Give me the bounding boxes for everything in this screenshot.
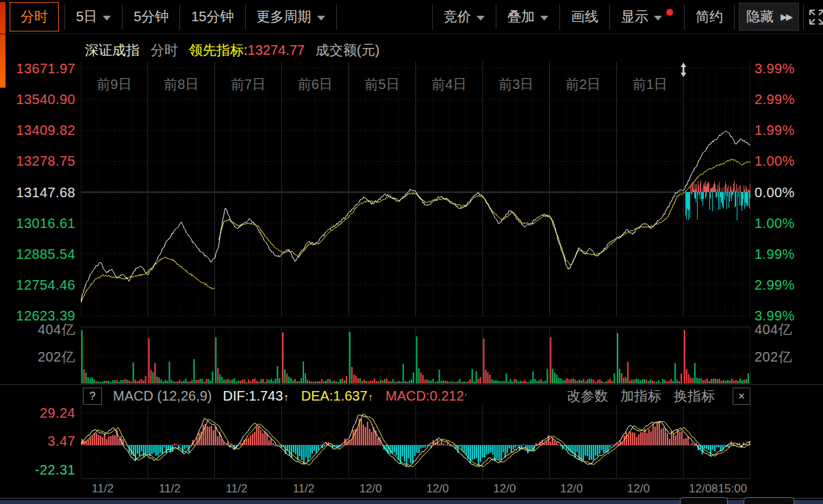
rect bbox=[443, 444, 444, 445]
tool-显示[interactable]: 显示 bbox=[610, 2, 684, 32]
rect bbox=[712, 445, 713, 450]
rect bbox=[493, 380, 494, 383]
tab-5分钟[interactable]: 5分钟 bbox=[123, 2, 179, 32]
rect bbox=[106, 439, 107, 445]
tab-更多周期[interactable]: 更多周期 bbox=[246, 2, 336, 32]
rect bbox=[613, 373, 615, 383]
rect bbox=[381, 445, 383, 446]
rect bbox=[384, 379, 385, 383]
rect bbox=[242, 379, 243, 383]
date-label: 11/2 bbox=[82, 482, 123, 496]
rect bbox=[338, 382, 339, 383]
rect bbox=[301, 378, 302, 383]
rect bbox=[703, 192, 704, 199]
rect bbox=[88, 440, 89, 445]
rect bbox=[675, 436, 676, 445]
rect bbox=[309, 445, 311, 458]
rect bbox=[248, 438, 249, 445]
rect bbox=[248, 379, 249, 383]
rect bbox=[457, 381, 459, 383]
macd-button-换指标[interactable]: 换指标 bbox=[674, 387, 715, 405]
chevron-down-icon bbox=[654, 16, 662, 21]
rect bbox=[739, 379, 741, 383]
tool-隐藏[interactable]: 隐藏▶▶ bbox=[739, 3, 799, 31]
rect bbox=[681, 431, 683, 445]
rect bbox=[186, 445, 188, 448]
rect bbox=[750, 184, 750, 192]
rect bbox=[100, 436, 101, 445]
rect bbox=[633, 379, 635, 383]
rect bbox=[577, 445, 578, 452]
tab-15分钟[interactable]: 15分钟 bbox=[180, 2, 244, 32]
tool-叠加[interactable]: 叠加 bbox=[496, 2, 559, 32]
macd-button-改参数[interactable]: 改参数 bbox=[567, 387, 608, 405]
rect bbox=[724, 445, 726, 446]
macd-title[interactable]: MACD (12,26,9) bbox=[113, 388, 212, 404]
rect bbox=[118, 382, 120, 383]
help-button[interactable]: ? bbox=[83, 388, 102, 405]
tool-简约[interactable]: 简约 bbox=[685, 2, 734, 32]
rect bbox=[560, 379, 561, 383]
rect bbox=[488, 445, 490, 454]
rect bbox=[480, 445, 481, 462]
rect bbox=[147, 445, 149, 453]
rect bbox=[708, 182, 709, 192]
rect bbox=[601, 381, 603, 383]
rect bbox=[593, 380, 594, 383]
rect bbox=[162, 381, 164, 383]
rect bbox=[258, 427, 259, 445]
rect bbox=[631, 380, 633, 383]
macd-button-加指标[interactable]: 加指标 bbox=[620, 387, 661, 405]
rect bbox=[309, 381, 310, 383]
rect bbox=[499, 381, 501, 383]
rect bbox=[183, 381, 184, 383]
rect bbox=[90, 378, 91, 383]
rect bbox=[316, 445, 317, 453]
tool-画线[interactable]: 画线 bbox=[560, 2, 609, 32]
rect bbox=[158, 377, 160, 383]
rect bbox=[294, 379, 296, 383]
rect bbox=[554, 441, 555, 445]
rect bbox=[254, 379, 255, 383]
date-label: 12/0 bbox=[484, 482, 525, 496]
rect bbox=[509, 379, 511, 383]
rect bbox=[731, 186, 731, 192]
tab-分时[interactable]: 分时 bbox=[10, 2, 59, 32]
separator bbox=[803, 5, 804, 29]
rect bbox=[364, 379, 365, 383]
rect bbox=[268, 380, 270, 383]
separator bbox=[734, 5, 735, 29]
rect bbox=[374, 379, 375, 383]
main-price-chart[interactable] bbox=[81, 62, 750, 316]
tool-竞价[interactable]: 竞价 bbox=[433, 2, 496, 32]
rect bbox=[476, 371, 477, 383]
rect bbox=[108, 436, 110, 445]
rect bbox=[193, 359, 194, 383]
fullscreen-expand-icon[interactable] bbox=[808, 8, 823, 26]
partial-button[interactable] bbox=[744, 497, 794, 504]
rect bbox=[735, 192, 735, 208]
rect bbox=[137, 381, 138, 383]
rect bbox=[568, 379, 570, 383]
macd-chart[interactable] bbox=[81, 405, 750, 479]
rect bbox=[744, 192, 745, 210]
rect bbox=[683, 439, 685, 445]
rect bbox=[396, 445, 397, 455]
price-axis-label: 13278.75 bbox=[0, 153, 75, 169]
rect bbox=[497, 381, 498, 383]
rect bbox=[727, 192, 728, 197]
rect bbox=[694, 192, 695, 199]
rect bbox=[674, 363, 676, 383]
close-indicator-button[interactable]: × bbox=[733, 388, 750, 405]
partial-button[interactable] bbox=[680, 497, 728, 504]
rect bbox=[523, 444, 524, 445]
volume-chart[interactable] bbox=[81, 327, 750, 383]
tab-5日[interactable]: 5日 bbox=[65, 2, 122, 32]
rect bbox=[143, 445, 144, 457]
panel-divider bbox=[0, 384, 823, 385]
rect bbox=[748, 192, 748, 207]
rect bbox=[605, 381, 607, 383]
rect bbox=[589, 445, 590, 460]
day-label: 前4日 bbox=[416, 75, 483, 94]
date-label: 12/0 bbox=[618, 482, 659, 496]
